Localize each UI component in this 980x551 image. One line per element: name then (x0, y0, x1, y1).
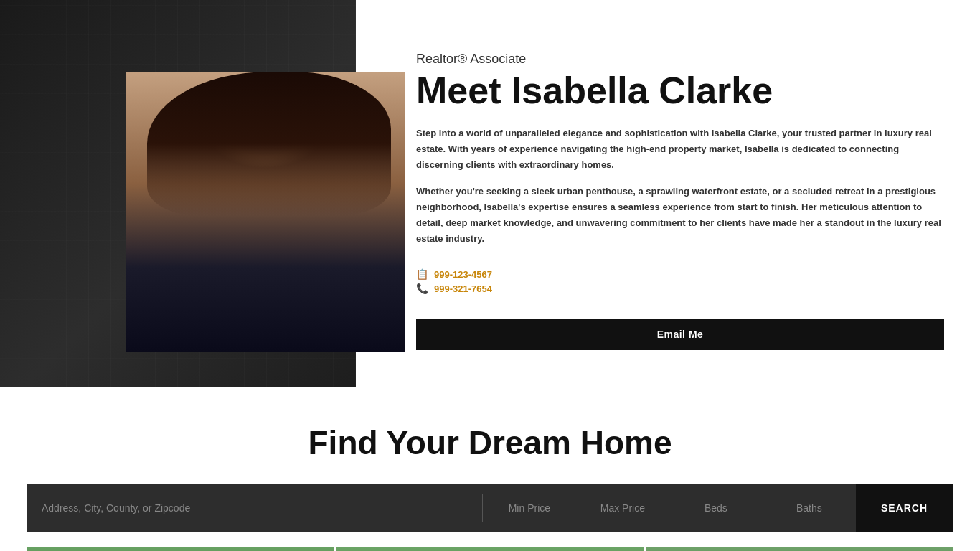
address-input[interactable] (42, 502, 468, 514)
office-phone-icon: 📋 (416, 268, 428, 280)
baths-field-wrapper (763, 502, 856, 514)
hero-content: Realtor® Associate Meet Isabella Clarke … (0, 0, 980, 387)
office-phone-line: 📋 999-123-4567 (416, 268, 944, 280)
address-field-wrapper (27, 502, 482, 514)
agent-image-area (0, 0, 359, 387)
search-section-title: Find Your Dream Home (0, 423, 980, 462)
max-price-field-wrapper (576, 502, 669, 514)
hero-text-area: Realtor® Associate Meet Isabella Clarke … (359, 0, 980, 387)
search-section: Find Your Dream Home SEARCH (0, 387, 980, 551)
bio-paragraph-1: Step into a world of unparalleled elegan… (416, 126, 944, 173)
property-card-2[interactable] (336, 547, 644, 551)
property-card-3[interactable] (646, 547, 953, 551)
search-bar: SEARCH (27, 484, 953, 532)
search-button[interactable]: SEARCH (856, 484, 953, 532)
realtor-title: Realtor® Associate (416, 52, 944, 67)
min-price-input[interactable] (501, 502, 558, 514)
beds-field-wrapper (669, 502, 763, 514)
agent-photo (126, 72, 405, 352)
mobile-phone-number: 999-321-7654 (434, 283, 492, 294)
contact-info: 📋 999-123-4567 📞 999-321-7654 (416, 268, 944, 297)
baths-input[interactable] (781, 502, 838, 514)
bio-paragraph-2: Whether you're seeking a sleek urban pen… (416, 184, 944, 247)
max-price-input[interactable] (594, 502, 651, 514)
min-price-field-wrapper (483, 502, 576, 514)
property-card-1[interactable] (27, 547, 334, 551)
email-button[interactable]: Email Me (416, 319, 944, 350)
mobile-phone-line: 📞 999-321-7654 (416, 283, 944, 294)
property-cards-preview (27, 547, 953, 551)
agent-name: Meet Isabella Clarke (416, 70, 944, 111)
beds-input[interactable] (687, 502, 745, 514)
hero-section: Realtor® Associate Meet Isabella Clarke … (0, 0, 980, 387)
office-phone-number: 999-123-4567 (434, 269, 492, 280)
mobile-phone-icon: 📞 (416, 283, 428, 294)
